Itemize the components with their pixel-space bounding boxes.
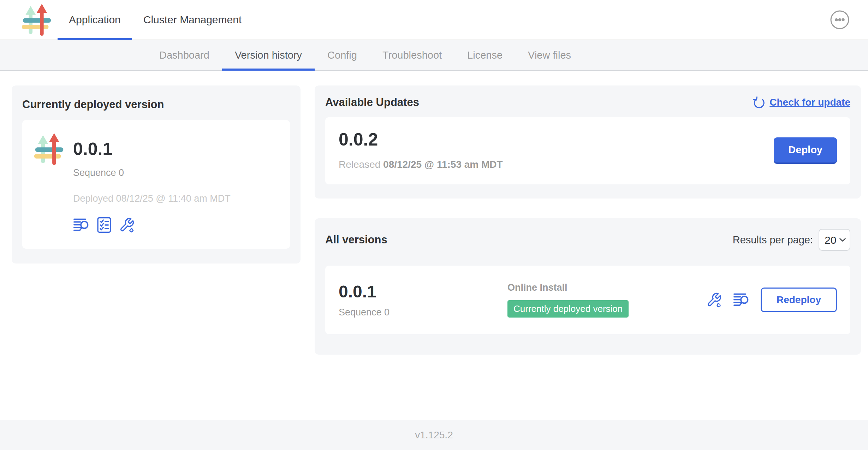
top-nav: Application Cluster Management <box>58 0 253 40</box>
refresh-icon <box>753 96 765 108</box>
subnav-dashboard-label: Dashboard <box>159 49 209 61</box>
subnav-config-label: Config <box>327 49 357 61</box>
available-updates-title: Available Updates <box>325 96 419 109</box>
view-config-icon <box>706 292 722 308</box>
preflight-checks-button[interactable] <box>97 217 111 233</box>
check-for-update-label: Check for update <box>769 97 850 108</box>
preflight-checks-icon <box>97 217 111 233</box>
app-logo-icon <box>20 4 53 36</box>
subnav-license[interactable]: License <box>454 40 515 70</box>
row-view-config-button[interactable] <box>706 292 722 308</box>
deployed-version-box: 0.0.1 Sequence 0 Deployed 08/12/25 @ 11:… <box>22 120 290 249</box>
subnav-troubleshoot-label: Troubleshoot <box>382 49 442 61</box>
overflow-menu-button[interactable] <box>830 10 850 30</box>
subnav-config[interactable]: Config <box>315 40 370 70</box>
currently-deployed-badge: Currently deployed version <box>507 300 629 318</box>
deployed-version-actions <box>73 217 231 233</box>
released-timestamp: 08/12/25 @ 11:53 am MDT <box>383 159 503 170</box>
subnav-license-label: License <box>467 49 503 61</box>
subnav-dashboard[interactable]: Dashboard <box>147 40 222 70</box>
all-versions-title: All versions <box>325 233 387 246</box>
subnav-view-files[interactable]: View files <box>515 40 584 70</box>
update-version-number: 0.0.2 <box>339 129 503 150</box>
results-per-page: Results per page: 20 <box>733 229 850 251</box>
view-config-icon <box>119 217 135 233</box>
row-install-type: Online Install <box>507 282 706 293</box>
deployed-timestamp: Deployed 08/12/25 @ 11:40 am MDT <box>73 193 231 204</box>
release-notes-icon <box>73 218 89 232</box>
app-footer: v1.125.2 <box>0 420 868 450</box>
subnav-version-history-label: Version history <box>235 49 302 61</box>
ellipsis-circle-icon <box>830 10 850 30</box>
app-subnav: Dashboard Version history Config Trouble… <box>0 40 868 71</box>
row-release-notes-button[interactable] <box>733 292 749 307</box>
available-update-row: 0.0.2 Released 08/12/25 @ 11:53 am MDT D… <box>325 117 850 184</box>
tab-cluster-management-label: Cluster Management <box>143 14 242 26</box>
subnav-view-files-label: View files <box>528 49 571 61</box>
tab-application-label: Application <box>69 14 121 26</box>
app-logo <box>20 0 53 40</box>
currently-deployed-card: Currently deployed version 0.0.1 Sequenc… <box>12 85 301 264</box>
available-updates-card: Available Updates Check for update 0.0.2… <box>315 85 861 199</box>
app-logo-icon <box>33 133 65 165</box>
tab-application[interactable]: Application <box>58 0 132 40</box>
redeploy-button[interactable]: Redeploy <box>761 288 837 312</box>
view-config-button[interactable] <box>119 217 135 233</box>
subnav-troubleshoot[interactable]: Troubleshoot <box>370 40 454 70</box>
subnav-version-history[interactable]: Version history <box>222 40 315 70</box>
tab-cluster-management[interactable]: Cluster Management <box>132 0 253 40</box>
console-version: v1.125.2 <box>415 430 453 441</box>
release-notes-icon <box>733 292 749 307</box>
currently-deployed-title: Currently deployed version <box>22 98 290 111</box>
row-sequence: Sequence 0 <box>339 307 507 318</box>
row-version-number: 0.0.1 <box>339 282 507 301</box>
main-content: Currently deployed version 0.0.1 Sequenc… <box>0 71 868 420</box>
deploy-button[interactable]: Deploy <box>774 137 837 162</box>
results-per-page-label: Results per page: <box>733 234 813 246</box>
release-notes-button[interactable] <box>73 218 89 232</box>
released-label: Released <box>339 159 380 170</box>
app-header: Application Cluster Management <box>0 0 868 40</box>
all-versions-card: All versions Results per page: 20 0 <box>315 218 861 355</box>
deployed-sequence: Sequence 0 <box>73 167 231 178</box>
results-per-page-select[interactable]: 20 <box>819 229 850 251</box>
deployed-version-number: 0.0.1 <box>73 133 231 165</box>
version-row: 0.0.1 Sequence 0 Online Install Currentl… <box>325 266 850 334</box>
update-released-line: Released 08/12/25 @ 11:53 am MDT <box>339 159 503 170</box>
check-for-update-link[interactable]: Check for update <box>753 96 850 108</box>
